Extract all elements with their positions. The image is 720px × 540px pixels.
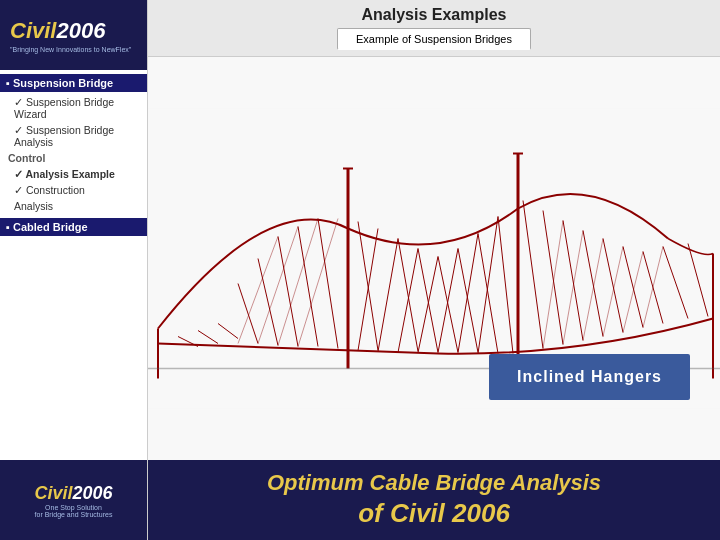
inclined-hangers-badge: Inclined Hangers [489, 354, 690, 400]
nav-item-analysis-example[interactable]: Analysis Example [0, 166, 147, 182]
sidebar-bottom-civil: Civil [34, 483, 72, 503]
sidebar-bottom-logo: Civil2006 [34, 483, 112, 504]
banner-text: Optimum Cable Bridge Analysis of Civil 2… [267, 469, 601, 531]
nav-control[interactable]: Control [0, 150, 147, 166]
tab-suspension-bridges[interactable]: Example of Suspension Bridges [337, 28, 531, 50]
logo-tagline: "Bringing New Innovations to NewFlex" [10, 46, 137, 53]
nav-section-cable-bridge[interactable]: ▪ Cabled Bridge [0, 218, 147, 236]
nav-section-suspension-bridge[interactable]: ▪ Suspension Bridge [0, 74, 147, 92]
nav-item-analysis2[interactable]: Analysis [0, 198, 147, 214]
banner-line2: of Civil 2006 [267, 497, 601, 531]
logo-text: Civil2006 [10, 18, 137, 44]
sidebar-bottom-sub: One Stop Solutionfor Bridge and Structur… [35, 504, 113, 518]
tab-bar: Example of Suspension Bridges [164, 28, 704, 50]
banner-line1: Optimum Cable Bridge Analysis [267, 469, 601, 498]
logo-civil: Civil [10, 18, 56, 43]
main-content: Analysis Examples Example of Suspension … [148, 0, 720, 540]
sidebar-nav: ▪ Suspension Bridge Suspension Bridge Wi… [0, 70, 147, 460]
nav-item-wizard[interactable]: Suspension Bridge Wizard [0, 94, 147, 122]
page-title: Analysis Examples [164, 6, 704, 24]
bridge-canvas: Inclined Hangers [148, 57, 720, 460]
sidebar-logo: Civil2006 "Bringing New Innovations to N… [0, 0, 147, 70]
logo-year: 2006 [56, 18, 105, 43]
sidebar-bottom: Civil2006 One Stop Solutionfor Bridge an… [0, 460, 147, 540]
nav-item-sb-analysis[interactable]: Suspension Bridge Analysis [0, 122, 147, 150]
sidebar-bottom-year: 2006 [72, 483, 112, 503]
bottom-banner: Optimum Cable Bridge Analysis of Civil 2… [148, 460, 720, 540]
main-header: Analysis Examples Example of Suspension … [148, 0, 720, 57]
sidebar: Civil2006 "Bringing New Innovations to N… [0, 0, 148, 540]
nav-item-construction[interactable]: Construction [0, 182, 147, 198]
